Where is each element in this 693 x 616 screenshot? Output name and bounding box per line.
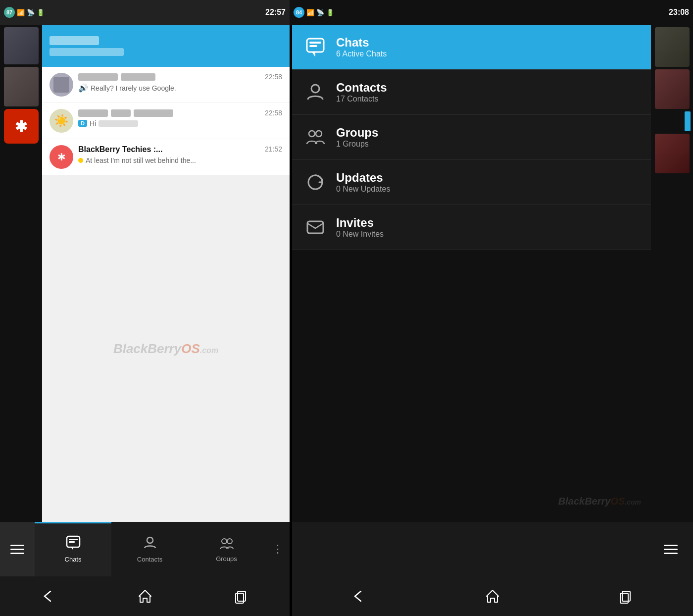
hamburger-menu-left[interactable] [0,522,35,576]
svg-rect-9 [309,42,321,44]
chats-menu-subtitle: 6 Active Chats [336,50,387,58]
invites-menu-subtitle: 0 New Invites [336,230,384,239]
chats-tab-label: Chats [65,556,82,563]
d-badge: D [78,120,87,127]
right-edge-photo-2 [655,69,690,109]
menu-item-chats[interactable]: Chats 6 Active Chats [292,25,651,70]
invites-menu-title: Invites [336,216,384,230]
nav-tab-chats[interactable]: Chats [35,522,111,576]
menu-item-contacts[interactable]: Contacts 17 Contacts [292,70,651,115]
svg-point-5 [227,539,232,544]
contacts-menu-subtitle: 17 Contacts [336,95,387,103]
svg-point-12 [309,131,315,137]
svg-point-4 [222,539,227,544]
left-time: 22:57 [265,8,286,17]
bottom-nav-left: Chats Contacts [0,522,290,576]
audio-icon: 🔊 [78,83,88,93]
menu-empty-area: BlackBerryOS.com [292,250,651,522]
home-button-left[interactable] [125,581,165,611]
chat-time-2: 22:58 [265,109,282,117]
chat-header [42,25,290,67]
chat-time-3: 21:52 [265,145,282,154]
contacts-tab-icon [143,535,157,554]
back-button-right[interactable] [339,581,379,611]
svg-point-13 [316,131,322,137]
right-badge: 84 [294,7,304,18]
updates-menu-title: Updates [336,171,390,185]
chat-item-3[interactable]: ✱ BlackBerry Techies :... 21:52 At least… [42,139,290,175]
bottom-nav-right [292,522,693,576]
chats-menu-title: Chats [336,36,387,50]
left-status-icons: 📶 [17,9,25,16]
avatar-2: ☀️ [50,109,73,133]
recents-button-left[interactable] [222,581,261,611]
groups-menu-subtitle: 1 Groups [336,140,378,149]
groups-menu-icon [304,126,326,148]
recents-button-right[interactable] [606,581,646,611]
right-edge-photo-1 [655,27,690,67]
edge-photo-1 [4,27,39,64]
avatar-1 [50,73,73,97]
groups-menu-title: Groups [336,126,378,140]
chats-tab-icon [66,535,81,554]
nav-tab-contacts[interactable]: Contacts [111,522,188,576]
edge-photo-2 [4,67,39,106]
more-button[interactable]: ⋮ [265,522,290,576]
chat-preview-2: Hi [90,119,96,127]
left-wifi-icon: 📡 [27,9,35,16]
svg-rect-2 [69,541,75,543]
back-button-left[interactable] [29,581,68,611]
chat-name-3: BlackBerry Techies :... [78,145,162,154]
left-battery-icon: 🔋 [37,9,45,16]
menu-item-groups[interactable]: Groups 1 Groups [292,115,651,160]
chat-preview-3: At least I'm not still wet behind the... [86,156,196,164]
right-wifi-icon: 📡 [316,9,324,16]
menu-item-invites[interactable]: Invites 0 New Invites [292,205,651,250]
chat-item-2[interactable]: ☀️ 22:58 D [42,103,290,139]
menu-item-updates[interactable]: Updates 0 New Updates [292,160,651,205]
hamburger-menu-right[interactable] [653,529,688,569]
avatar-3: ✱ [50,145,73,169]
chat-time-1: 22:58 [265,73,282,81]
right-battery-icon: 🔋 [326,9,334,16]
contacts-menu-title: Contacts [336,81,387,95]
right-edge-blue-strip [685,111,691,131]
dot-yellow [78,158,83,163]
menu-panel: Chats 6 Active Chats C [292,25,651,522]
chat-item-1[interactable]: 22:58 🔊 Really? I rarely use Google. [42,67,290,103]
svg-point-11 [311,85,319,93]
chat-preview-1: Really? I rarely use Google. [91,84,176,92]
contacts-tab-label: Contacts [137,556,162,563]
chat-empty-area: BlackBerryOS.com [42,175,290,522]
right-status-icons: 📶 [306,9,314,16]
status-bar-right: 84 📶 📡 🔋 23:08 [290,0,693,25]
groups-tab-label: Groups [216,555,237,563]
right-time: 23:08 [669,8,689,17]
updates-menu-subtitle: 0 New Updates [336,185,390,194]
updates-menu-icon [304,171,326,193]
svg-rect-10 [309,45,317,47]
chats-menu-icon [304,36,326,58]
groups-tab-icon [219,536,234,553]
right-edge-photo-3 [655,134,690,173]
left-badge: 87 [4,7,15,18]
svg-rect-15 [307,221,323,233]
nav-tab-groups[interactable]: Groups [188,522,265,576]
svg-rect-1 [69,539,78,540]
svg-point-3 [147,537,153,543]
system-nav-right [292,576,693,616]
edge-avatar-red: ✱ [4,109,39,144]
status-bar-left: 87 📶 📡 🔋 22:57 [0,0,290,25]
contacts-menu-icon [304,81,326,103]
system-nav-left [0,576,290,616]
home-button-right[interactable] [473,581,512,611]
invites-menu-icon [304,216,326,238]
